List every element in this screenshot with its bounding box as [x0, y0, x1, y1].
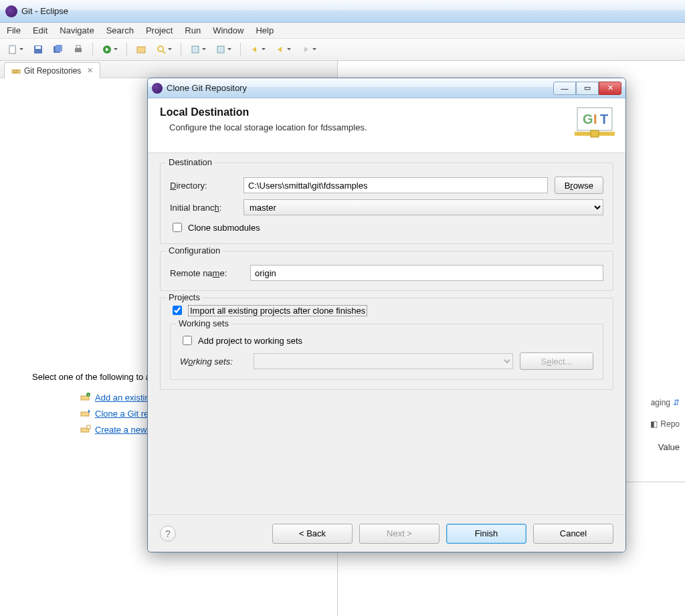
- close-button[interactable]: ✕: [599, 82, 621, 95]
- working-sets-group-label: Working sets: [176, 318, 231, 328]
- value-column-header: Value: [658, 442, 680, 452]
- projects-group: Projects Import all existing projects af…: [160, 298, 613, 390]
- initial-branch-label: Initial branch:: [170, 203, 237, 213]
- svg-text:I: I: [593, 112, 597, 126]
- working-sets-group: Working sets Add project to working sets…: [170, 324, 603, 380]
- svg-rect-14: [217, 46, 224, 53]
- toolbar-separator: [92, 43, 93, 56]
- configuration-group-label: Configuration: [166, 245, 223, 255]
- svg-rect-6: [75, 48, 82, 52]
- svg-rect-26: [87, 425, 90, 429]
- add-repo-icon: +: [80, 392, 91, 403]
- svg-rect-7: [76, 45, 80, 48]
- configuration-group: Configuration Remote name:: [160, 251, 613, 291]
- svg-marker-16: [278, 47, 282, 52]
- dialog-heading: Local Destination: [160, 106, 613, 118]
- main-toolbar: [0, 39, 685, 61]
- menu-help[interactable]: Help: [256, 25, 274, 35]
- import-projects-checkbox[interactable]: [173, 306, 182, 315]
- eclipse-logo-icon: [5, 5, 17, 17]
- menu-project[interactable]: Project: [146, 25, 173, 35]
- svg-rect-13: [192, 46, 199, 53]
- browse-button[interactable]: Browse: [555, 177, 603, 194]
- dialog-footer: ? < Back Next > Finish Cancel: [148, 514, 625, 552]
- working-sets-label: Working sets:: [180, 356, 247, 367]
- tab-git-staging[interactable]: aging ⇵: [645, 395, 685, 410]
- git-wizard-icon: G I T: [573, 105, 616, 142]
- main-titlebar: Git - Eclipse: [0, 0, 685, 23]
- finish-button[interactable]: Finish: [446, 524, 526, 544]
- cancel-button[interactable]: Cancel: [533, 524, 613, 544]
- svg-rect-1: [9, 45, 15, 47]
- import-projects-label: Import all existing projects after clone…: [188, 305, 367, 316]
- add-to-working-sets-label: Add project to working sets: [198, 336, 302, 346]
- toolbar-separator: [181, 43, 181, 56]
- minimize-button[interactable]: —: [553, 82, 576, 95]
- directory-label: Directory:: [170, 181, 237, 191]
- clone-submodules-label: Clone submodules: [188, 223, 260, 233]
- svg-rect-32: [591, 130, 599, 137]
- tab-repo-config[interactable]: ◧ Repo: [645, 417, 685, 431]
- svg-rect-23: [81, 412, 89, 416]
- next-button: Next >: [359, 524, 439, 544]
- menu-run[interactable]: Run: [185, 25, 201, 35]
- menu-bar: File Edit Navigate Search Project Run Wi…: [0, 23, 685, 39]
- menu-file[interactable]: File: [7, 25, 21, 35]
- remote-name-input[interactable]: [250, 265, 603, 281]
- annotation-next-button[interactable]: [213, 42, 228, 57]
- toolbar-separator: [126, 43, 127, 56]
- working-sets-select: [254, 353, 513, 369]
- tab-close-icon[interactable]: ✕: [87, 66, 93, 75]
- add-to-working-sets-checkbox[interactable]: [183, 336, 192, 345]
- toolbar-separator: [240, 43, 241, 56]
- eclipse-logo-icon: [152, 83, 163, 94]
- dialog-titlebar[interactable]: Clone Git Repository — ▭ ✕: [148, 78, 625, 98]
- help-button[interactable]: ?: [160, 526, 176, 542]
- svg-marker-17: [304, 47, 308, 52]
- projects-group-label: Projects: [166, 292, 203, 302]
- back-button[interactable]: [273, 42, 288, 57]
- svg-point-11: [158, 46, 163, 52]
- back-button[interactable]: < Back: [272, 524, 353, 544]
- clone-git-dialog: Clone Git Repository — ▭ ✕ Local Destina…: [147, 78, 626, 552]
- svg-text:+: +: [88, 393, 90, 397]
- save-button[interactable]: [31, 42, 45, 57]
- run-button[interactable]: [100, 42, 114, 57]
- destination-group-label: Destination: [166, 157, 215, 167]
- svg-text:T: T: [600, 112, 608, 126]
- svg-text:GIT: GIT: [13, 69, 20, 73]
- annotation-prev-button[interactable]: [188, 42, 203, 57]
- save-all-button[interactable]: [51, 42, 66, 57]
- git-repo-icon: GIT: [11, 66, 21, 76]
- menu-search[interactable]: Search: [106, 25, 134, 35]
- clone-repo-icon: [80, 408, 91, 419]
- initial-branch-select[interactable]: master: [243, 199, 603, 215]
- menu-window[interactable]: Window: [213, 25, 243, 35]
- menu-edit[interactable]: Edit: [33, 25, 47, 35]
- maximize-button[interactable]: ▭: [576, 82, 599, 95]
- open-type-button[interactable]: [134, 42, 149, 57]
- window-title: Git - Eclipse: [21, 6, 68, 16]
- new-button[interactable]: [5, 42, 20, 57]
- directory-input[interactable]: [243, 177, 548, 193]
- dialog-banner: Local Destination Configure the local st…: [148, 98, 625, 153]
- svg-marker-15: [252, 47, 256, 52]
- print-button[interactable]: [71, 42, 86, 57]
- svg-rect-3: [35, 46, 41, 49]
- clone-submodules-checkbox[interactable]: [173, 223, 182, 232]
- remote-name-label: Remote name:: [170, 268, 243, 278]
- svg-text:G: G: [583, 112, 593, 126]
- last-edit-button[interactable]: [248, 42, 262, 57]
- forward-button[interactable]: [298, 42, 313, 57]
- tab-git-repositories[interactable]: GIT Git Repositories ✕: [4, 62, 100, 78]
- svg-line-12: [163, 51, 165, 54]
- destination-group: Destination Directory: Browse Initial br…: [160, 163, 613, 244]
- create-repo-icon: [80, 424, 91, 435]
- select-working-sets-button: Select...: [520, 352, 593, 370]
- dialog-title: Clone Git Repository: [167, 83, 549, 93]
- menu-navigate[interactable]: Navigate: [60, 25, 94, 35]
- svg-rect-5: [56, 45, 62, 52]
- search-button[interactable]: [154, 42, 169, 57]
- svg-rect-10: [137, 47, 145, 53]
- dialog-subheading: Configure the local storage location for…: [169, 122, 613, 132]
